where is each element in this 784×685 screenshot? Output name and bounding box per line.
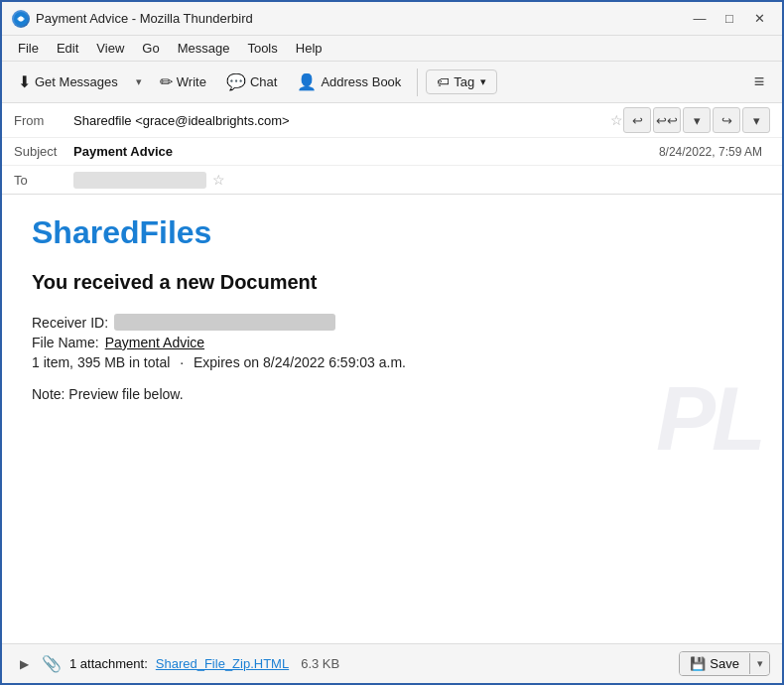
from-value: Sharedfile <grace@idealbrights.com> [73,113,604,128]
email-date: 8/24/2022, 7:59 AM [659,145,770,159]
dot-separator: · [180,354,184,370]
save-button-group: 💾 Save ▾ [679,651,770,676]
subject-row: Subject Payment Advice 8/24/2022, 7:59 A… [2,138,782,166]
receiver-label: Receiver ID: [32,315,108,331]
email-meta: 1 item, 395 MB in total · Expires on 8/2… [32,354,752,370]
save-icon: 💾 [690,656,706,671]
receiver-value [114,314,335,331]
tag-icon: 🏷 [437,74,450,89]
hamburger-button[interactable]: ≡ [744,68,774,97]
note-text: Note: Preview file below. [32,386,752,402]
attachment-toggle-button[interactable]: ▶ [14,654,34,674]
subject-value: Payment Advice [73,144,659,159]
write-button[interactable]: ✏ Write [152,68,214,95]
email-headline: You received a new Document [32,271,752,294]
get-messages-label: Get Messages [35,74,118,89]
address-book-label: Address Book [321,74,401,89]
attachment-count: 1 attachment: [69,656,148,671]
from-row: From Sharedfile <grace@idealbrights.com>… [2,103,782,138]
brand-title: SharedFiles [32,214,752,251]
minimize-button[interactable]: — [687,9,713,29]
attachment-bar: ▶ 📎 1 attachment: Shared_File_Zip.HTML 6… [2,643,782,683]
attachment-clip-icon: 📎 [42,654,62,673]
to-label: To [14,173,73,188]
tag-button[interactable]: 🏷 Tag ▾ [426,69,497,94]
subject-label: Subject [14,144,73,159]
from-star-icon[interactable]: ☆ [610,112,623,128]
forward-button[interactable]: ↪ [713,107,740,133]
menu-view[interactable]: View [88,39,132,58]
reply-all-button[interactable]: ↩↩ [653,107,681,133]
window-title: Payment Advice - Mozilla Thunderbird [36,11,253,26]
save-dropdown-button[interactable]: ▾ [749,653,769,674]
get-messages-button[interactable]: ⬇ Get Messages [10,68,126,95]
receiver-row: Receiver ID: [32,314,752,331]
toolbar: ⬇ Get Messages ▾ ✏ Write 💬 Chat 👤 Addres… [2,62,782,103]
reply-button[interactable]: ↩ [623,107,651,133]
menu-edit[interactable]: Edit [49,39,86,58]
to-row: To ☆ [2,166,782,194]
email-body: PL SharedFiles You received a new Docume… [2,195,782,643]
menu-go[interactable]: Go [134,39,167,58]
from-label: From [14,113,73,128]
get-messages-dropdown[interactable]: ▾ [130,69,148,95]
attachment-filesize: 6.3 KB [301,656,339,671]
menu-bar: File Edit View Go Message Tools Help [2,36,782,62]
more-button[interactable]: ▾ [742,107,770,133]
header-actions: ↩ ↩↩ ▾ ↪ ▾ [623,107,770,133]
svg-point-1 [19,16,24,21]
expires-text: Expires on 8/24/2022 6:59:03 a.m. [194,354,406,370]
close-button[interactable]: ✕ [746,9,772,29]
window-controls: — □ ✕ [687,9,772,29]
title-bar-left: Payment Advice - Mozilla Thunderbird [12,10,253,28]
address-book-button[interactable]: 👤 Address Book [289,68,409,95]
chat-icon: 💬 [226,72,246,91]
chat-button[interactable]: 💬 Chat [218,68,285,95]
main-window: Payment Advice - Mozilla Thunderbird — □… [0,0,784,685]
filename-row: File Name: Payment Advice [32,335,752,350]
expand-button[interactable]: ▾ [683,107,711,133]
chat-label: Chat [250,74,277,89]
email-headers: From Sharedfile <grace@idealbrights.com>… [2,103,782,195]
menu-tools[interactable]: Tools [239,39,285,58]
meta-text: 1 item, 395 MB in total [32,354,170,370]
tag-chevron-icon: ▾ [480,75,486,88]
menu-message[interactable]: Message [170,39,238,58]
write-label: Write [177,74,206,89]
save-label: Save [710,656,739,671]
menu-help[interactable]: Help [288,39,330,58]
tag-label: Tag [454,74,474,89]
write-icon: ✏ [160,72,173,91]
address-book-icon: 👤 [297,72,317,91]
save-button[interactable]: 💾 Save [680,652,749,675]
to-value [73,172,206,189]
filename-link[interactable]: Payment Advice [105,335,204,350]
app-icon [12,10,30,28]
get-messages-icon: ⬇ [18,72,31,91]
toolbar-separator [417,68,418,96]
title-bar: Payment Advice - Mozilla Thunderbird — □… [2,2,782,36]
attachment-filename[interactable]: Shared_File_Zip.HTML [156,656,289,671]
filename-label: File Name: [32,335,99,350]
maximize-button[interactable]: □ [717,9,742,29]
to-star-icon[interactable]: ☆ [212,172,225,188]
menu-file[interactable]: File [10,39,47,58]
